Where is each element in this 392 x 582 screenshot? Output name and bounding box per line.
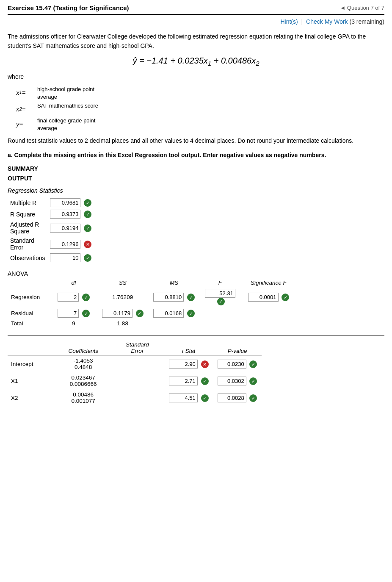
- anova-total-label: Total: [8, 319, 52, 328]
- coef-x2-pvalue-check: ✓: [249, 394, 257, 402]
- anova-regression-df-input[interactable]: [58, 293, 79, 302]
- anova-residual-label: Residual: [8, 307, 52, 319]
- r-square-label: R Square: [8, 208, 47, 220]
- regression-equation: ŷ = −1.41 + 0.0235x1 + 0.00486x2: [8, 56, 384, 67]
- anova-residual-ms-input[interactable]: [153, 309, 184, 318]
- standard-error-row: StandardError ✕: [8, 236, 94, 252]
- regression-statistics-title: Regression Statistics: [8, 187, 101, 195]
- remaining-count: (3 remaining): [350, 18, 384, 25]
- coef-x2-row: X2 0.004860.001077 ✓ ✓: [8, 389, 262, 406]
- coef-intercept-tstat-input[interactable]: [169, 360, 198, 369]
- check-my-work-link[interactable]: Check My Work: [306, 18, 348, 25]
- anova-regression-ss: 1.76209: [96, 287, 149, 308]
- anova-total-ss: 1.88: [96, 319, 149, 328]
- regression-statistics-table: Multiple R ✓ R Square ✓ Adjusted RSquare…: [8, 197, 94, 263]
- anova-regression-f: ✓: [199, 287, 242, 308]
- coef-x2-pvalue-input[interactable]: [218, 394, 246, 402]
- r-square-input[interactable]: [50, 210, 80, 219]
- multiple-r-cell: ✓: [47, 197, 94, 208]
- summary-output-label: SUMMARY OUTPUT: [8, 164, 384, 183]
- anova-regression-ms-input[interactable]: [153, 293, 184, 302]
- anova-residual-sig: [242, 307, 295, 319]
- coef-intercept-tstat-error: ✕: [201, 360, 209, 368]
- anova-regression-label: Regression: [8, 287, 52, 308]
- regression-statistics-section: Regression Statistics Multiple R ✓ R Squ…: [8, 187, 384, 263]
- anova-regression-ss-text: 1.76209: [112, 294, 133, 300]
- y-definition: y = final college grade point average: [16, 117, 384, 132]
- anova-residual-df-check: ✓: [82, 310, 90, 317]
- anova-regression-ms: ✓: [149, 287, 199, 308]
- coef-x1-tstat-input[interactable]: [169, 377, 198, 385]
- hint-link[interactable]: Hint(s): [280, 18, 298, 25]
- adjusted-r-input[interactable]: [50, 224, 80, 233]
- adjusted-r-cell: ✓: [47, 220, 94, 236]
- coef-intercept-label: Intercept: [8, 355, 56, 373]
- r-square-row: R Square ✓: [8, 208, 94, 220]
- anova-total-row: Total 9 1.88: [8, 319, 295, 328]
- coef-header-row: Coefficients StandardError t Stat P-valu…: [8, 341, 262, 355]
- anova-table: df SS MS F Significance F Regression ✓ 1…: [8, 279, 295, 328]
- anova-regression-f-input[interactable]: [205, 289, 235, 298]
- coef-intercept-coef: -1.40530.4848: [56, 355, 110, 373]
- coef-col-label: [8, 341, 56, 355]
- standard-error-error-icon: ✕: [84, 241, 91, 248]
- coef-intercept-tstat: ✕: [164, 355, 213, 373]
- observations-label: Observations: [8, 252, 47, 263]
- coef-x2-pvalue: ✓: [213, 389, 262, 406]
- anova-col-sig: Significance F: [242, 279, 295, 287]
- coef-x2-label: X2: [8, 389, 56, 406]
- coef-col-coef: Coefficients: [56, 341, 110, 355]
- anova-residual-df: ✓: [52, 307, 96, 319]
- coef-x2-tstat-check: ✓: [201, 394, 209, 402]
- multiple-r-input[interactable]: [50, 198, 80, 207]
- anova-residual-ss: ✓: [96, 307, 149, 319]
- anova-label: ANOVA: [8, 270, 384, 277]
- coef-x2-se: [110, 389, 165, 406]
- coef-intercept-pvalue-input[interactable]: [218, 360, 246, 369]
- coef-x2-tstat-input[interactable]: [169, 394, 198, 402]
- exercise-title: Exercise 15.47 (Testing for Significance…: [8, 4, 129, 11]
- section-divider: [8, 335, 384, 335]
- r-square-cell: ✓: [47, 208, 94, 220]
- coef-x1-tstat-check: ✓: [201, 377, 209, 385]
- question-number: ◄ Question 7 of 7: [340, 5, 384, 11]
- coefficients-table: Coefficients StandardError t Stat P-valu…: [8, 341, 262, 406]
- coefficients-section: Coefficients StandardError t Stat P-valu…: [8, 341, 384, 406]
- coef-intercept-pvalue-check: ✓: [249, 360, 257, 368]
- anova-residual-ss-input[interactable]: [102, 309, 133, 318]
- coef-x1-se: [110, 372, 165, 389]
- adjusted-r-row: Adjusted RSquare ✓: [8, 220, 94, 236]
- anova-total-f: [199, 319, 242, 328]
- anova-regression-sig: ✓: [242, 287, 295, 308]
- link-separator: |: [301, 18, 303, 25]
- observations-input[interactable]: [50, 253, 80, 262]
- coef-x2-coef: 0.004860.001077: [56, 389, 110, 406]
- anova-residual-ms-check: ✓: [187, 310, 195, 317]
- anova-regression-ms-check: ✓: [187, 294, 195, 301]
- anova-total-df: 9: [52, 319, 96, 328]
- multiple-r-label: Multiple R: [8, 197, 47, 208]
- coef-intercept-se: [110, 355, 165, 373]
- coef-x1-coef: 0.0234670.0086666: [56, 372, 110, 389]
- anova-regression-sig-check: ✓: [282, 294, 289, 301]
- variables-section: x1 = high-school grade point average x2 …: [16, 86, 384, 132]
- x1-definition: x1 = high-school grade point average: [16, 86, 384, 101]
- anova-col-f: F: [199, 279, 242, 287]
- standard-error-input[interactable]: [50, 240, 80, 249]
- multiple-r-check-icon: ✓: [84, 199, 91, 207]
- coef-x1-pvalue-input[interactable]: [218, 377, 246, 385]
- anova-residual-f: [199, 307, 242, 319]
- multiple-r-row: Multiple R ✓: [8, 197, 94, 208]
- observations-cell: ✓: [47, 252, 94, 263]
- anova-residual-df-input[interactable]: [58, 309, 79, 318]
- anova-total-sig: [242, 319, 295, 328]
- anova-col-df: df: [52, 279, 96, 287]
- coef-x1-pvalue-check: ✓: [249, 377, 257, 385]
- anova-section: ANOVA df SS MS F Significance F Regressi…: [8, 270, 384, 328]
- anova-regression-f-check: ✓: [217, 298, 225, 305]
- r-square-check-icon: ✓: [84, 211, 91, 218]
- anova-header-row: df SS MS F Significance F: [8, 279, 295, 287]
- anova-regression-sig-input[interactable]: [248, 293, 279, 302]
- x2-definition: x2 = SAT mathemathics score: [16, 102, 384, 116]
- part-a-label: a. Complete the missing entries in this …: [8, 150, 384, 160]
